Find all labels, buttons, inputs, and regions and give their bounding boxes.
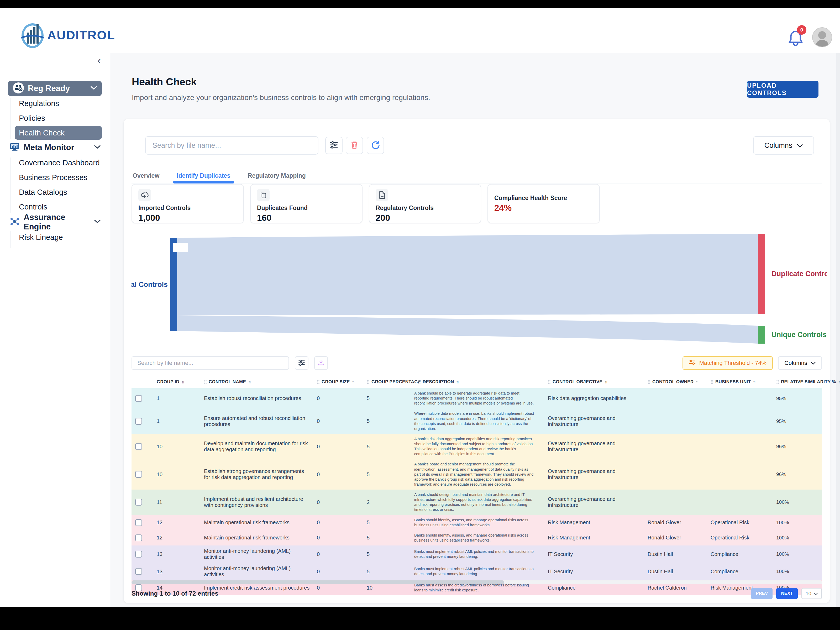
table-columns-dropdown[interactable]: Columns: [778, 356, 822, 370]
row-checkbox[interactable]: [135, 418, 142, 425]
cell-group-id: 10: [150, 444, 197, 450]
stat-value: 1,000: [138, 213, 237, 223]
sidebar-collapse-button[interactable]: ‹: [97, 56, 101, 66]
search-input[interactable]: [145, 136, 318, 155]
col-header-group-id[interactable]: Group ID↑↓: [150, 379, 197, 385]
sidebar-group-meta-monitor[interactable]: Meta Monitor: [0, 140, 110, 155]
col-header-control-objective[interactable]: Control Objective↑↓: [541, 379, 641, 385]
sankey-source-node: [171, 238, 177, 331]
sort-icon: ↑↓: [605, 380, 606, 384]
copy-icon: [257, 189, 270, 201]
row-checkbox[interactable]: [135, 395, 142, 402]
cell-control-name: Develop and maintain documentation for r…: [197, 441, 310, 453]
table-filter-button[interactable]: [295, 356, 308, 370]
cell-control-name: Monitor anti-money laundering (AML) acti…: [197, 548, 310, 560]
drag-handle-icon: [776, 380, 779, 384]
sidebar-item-policies[interactable]: Policies: [0, 111, 110, 125]
tab-bar: Overview Identify Duplicates Regulatory …: [131, 168, 822, 183]
col-header-description[interactable]: Description↑↓: [411, 379, 541, 385]
cell-control-name: Ensure automated and robust reconciliati…: [197, 415, 310, 427]
col-header-group-size[interactable]: Group Size↑↓: [310, 379, 360, 385]
cell-business-unit: Operational Risk: [704, 519, 769, 526]
cell-similarity: 95%: [769, 396, 822, 401]
table-footer: Showing 1 to 10 of 72 entries PREV NEXT …: [131, 586, 822, 601]
table-search-input[interactable]: [131, 356, 289, 370]
cell-similarity: 100%: [769, 568, 822, 574]
upload-controls-button[interactable]: UPLOAD CONTROLS: [747, 81, 818, 98]
next-page-button[interactable]: NEXT: [776, 588, 797, 599]
sidebar-group-label: Reg Ready: [28, 84, 70, 93]
row-checkbox[interactable]: [135, 471, 142, 478]
chevron-down-icon: [94, 145, 101, 150]
row-checkbox[interactable]: [135, 499, 142, 505]
logo-text: AUDITROL: [47, 28, 115, 42]
col-header-business-unit[interactable]: Business Unit↑↓: [704, 379, 769, 385]
notifications-button[interactable]: 0: [788, 29, 806, 49]
table-toolbar: Matching Threshold - 74% Columns: [131, 356, 822, 370]
table-row: 10Establish strong governance arrangemen…: [131, 459, 822, 489]
page-title: Health Check: [132, 76, 197, 88]
sort-icon: ↑↓: [456, 380, 458, 384]
col-header-control-owner[interactable]: Control Owner↑↓: [641, 379, 704, 385]
cell-similarity: 96%: [769, 471, 822, 477]
table-row: 13Monitor anti-money laundering (AML) ac…: [131, 563, 822, 580]
cell-group-id: 13: [150, 551, 197, 557]
sidebar-item-risk-lineage[interactable]: Risk Lineage: [0, 230, 110, 245]
logo-icon: [21, 21, 45, 49]
cell-description: Banks should identify, assess, and manag…: [411, 518, 541, 527]
cell-group-percentage: 5: [360, 444, 411, 450]
col-header-control-name[interactable]: Control Name↑↓: [197, 379, 310, 385]
tab-overview[interactable]: Overview: [133, 168, 159, 183]
refresh-button[interactable]: [367, 137, 384, 154]
matching-threshold-badge[interactable]: Matching Threshold - 74%: [682, 356, 773, 370]
tree-indent-line: [11, 98, 11, 139]
row-checkbox[interactable]: [135, 551, 142, 557]
prev-page-button[interactable]: PREV: [751, 588, 772, 599]
sidebar-group-assurance-engine[interactable]: Assurance Engine: [0, 214, 110, 230]
stat-value: 24%: [494, 203, 593, 213]
cell-control-owner: Dustin Hall: [641, 551, 704, 557]
cell-group-size: 0: [310, 519, 360, 526]
sankey-duplicate-label: Duplicate Controls: [772, 270, 827, 278]
table-download-button[interactable]: [314, 356, 328, 370]
sidebar-item-health-check[interactable]: Health Check: [15, 126, 102, 140]
cell-control-objective: Overarching governance and infrastructur…: [541, 415, 641, 427]
sankey-duplicate-node: [758, 234, 765, 314]
tab-identify-duplicates[interactable]: Identify Duplicates: [177, 168, 230, 183]
app-logo[interactable]: AUDITROL: [21, 21, 115, 49]
filter-button[interactable]: [325, 137, 343, 154]
threshold-sliders-icon: [689, 359, 696, 367]
vertical-scrollbar[interactable]: [836, 8, 840, 607]
cell-description: Banks must implement robust AML policies…: [411, 549, 541, 559]
sidebar-item-governance-dashboard[interactable]: Governance Dashboard: [0, 155, 110, 170]
sidebar-item-controls[interactable]: Controls: [0, 199, 110, 214]
table-row: 1Ensure automated and robust reconciliat…: [131, 409, 822, 434]
user-avatar[interactable]: [812, 27, 832, 47]
row-checkbox[interactable]: [135, 568, 142, 575]
row-checkbox[interactable]: [135, 443, 142, 450]
notification-badge: 0: [797, 25, 807, 35]
page-size-select[interactable]: 10: [801, 588, 822, 599]
table-row: 13Monitor anti-money laundering (AML) ac…: [131, 545, 822, 563]
horizontal-scrollbar[interactable]: [131, 580, 504, 584]
col-header-group-percentage[interactable]: Group Percentage↑↓: [360, 379, 411, 385]
delete-button[interactable]: [346, 137, 363, 154]
columns-dropdown[interactable]: Columns: [753, 136, 814, 155]
cell-group-id: 1: [150, 418, 197, 424]
cell-control-objective: Overarching governance and infrastructur…: [541, 496, 641, 508]
col-header-relative-similarity[interactable]: Relative Similarity %↑↓: [769, 379, 840, 385]
sort-icon: ↑↓: [352, 380, 354, 384]
chevron-down-icon: [797, 142, 803, 150]
cell-control-objective: IT Security: [541, 568, 641, 575]
sort-icon: ↑↓: [696, 380, 698, 384]
row-checkbox[interactable]: [135, 534, 142, 541]
cell-description: Where multiple data models are in use, b…: [411, 411, 541, 431]
sidebar-item-regulations[interactable]: Regulations: [0, 96, 110, 111]
stat-regulatory-controls: Regulatory Controls 200: [369, 184, 481, 223]
sidebar-item-data-catalogs[interactable]: Data Catalogs: [0, 185, 110, 199]
row-checkbox[interactable]: [135, 519, 142, 526]
stat-label: Duplicates Found: [257, 204, 356, 212]
tab-regulatory-mapping[interactable]: Regulatory Mapping: [248, 168, 306, 183]
sidebar-item-business-processes[interactable]: Business Processes: [0, 170, 110, 185]
sidebar-group-reg-ready[interactable]: Reg Ready: [8, 81, 102, 96]
